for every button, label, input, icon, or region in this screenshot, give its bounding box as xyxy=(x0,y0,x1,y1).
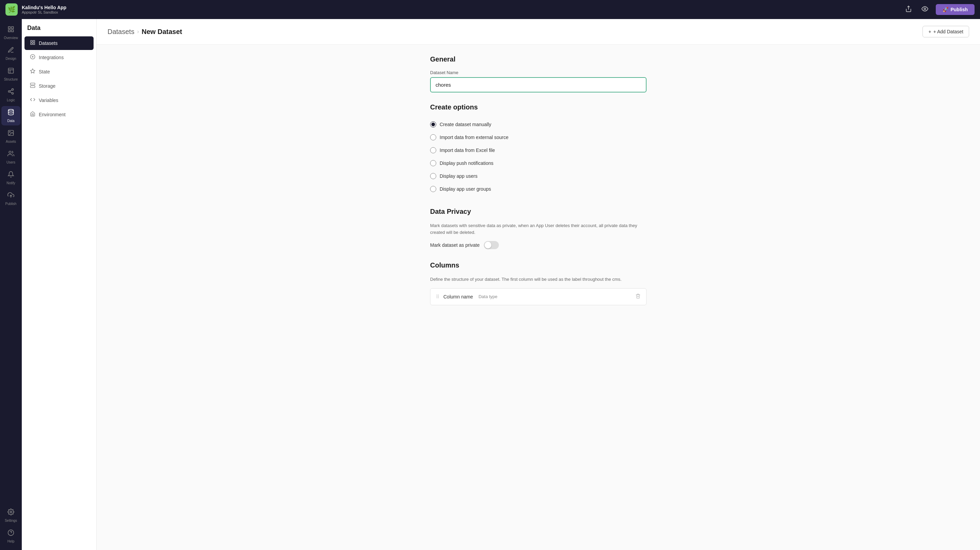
sidebar-item-help[interactable]: Help xyxy=(2,526,21,546)
svg-rect-22 xyxy=(30,40,32,42)
option-push-notifications[interactable]: Display push notifications xyxy=(430,157,646,170)
settings-label: Settings xyxy=(5,519,17,523)
svg-rect-5 xyxy=(11,30,14,32)
main-content: Datasets › New Dataset + + Add Dataset G… xyxy=(97,19,980,550)
users-icon xyxy=(8,150,14,159)
option-import-excel[interactable]: Import data from Excel file xyxy=(430,144,646,157)
topbar-right: 🚀 Publish xyxy=(903,3,975,16)
svg-rect-6 xyxy=(8,68,14,73)
environment-icon xyxy=(30,111,35,118)
overview-label: Overview xyxy=(4,36,18,40)
create-options-title: Create options xyxy=(430,103,646,111)
svg-rect-30 xyxy=(30,83,35,85)
mark-private-toggle[interactable] xyxy=(484,241,499,249)
sidebar-item-integrations[interactable]: Integrations xyxy=(24,51,94,64)
sidebar-item-assets[interactable]: Assets xyxy=(2,127,21,146)
preview-button[interactable] xyxy=(920,3,930,16)
environment-label: Environment xyxy=(39,112,66,117)
sidebar-item-publish[interactable]: Publish xyxy=(2,189,21,208)
svg-rect-24 xyxy=(30,43,32,44)
drag-handle-icon[interactable]: ⠿ xyxy=(436,294,439,300)
columns-title: Columns xyxy=(430,262,646,269)
help-label: Help xyxy=(8,539,14,543)
radio-import-external[interactable] xyxy=(430,134,436,140)
option-import-excel-label: Import data from Excel file xyxy=(440,147,495,153)
sidebar-item-structure[interactable]: Structure xyxy=(2,65,21,84)
publish-nav-icon xyxy=(8,192,14,200)
sidebar-item-logic[interactable]: Logic xyxy=(2,85,21,105)
sidebar-item-settings[interactable]: Settings xyxy=(2,506,21,525)
variables-icon xyxy=(30,97,35,104)
svg-point-19 xyxy=(10,511,12,513)
radio-app-users[interactable] xyxy=(430,173,436,179)
svg-line-12 xyxy=(10,92,12,93)
add-dataset-button[interactable]: + + Add Dataset xyxy=(923,26,969,37)
assets-icon xyxy=(8,130,14,138)
overview-icon xyxy=(8,26,14,34)
radio-push-notifications[interactable] xyxy=(430,160,436,166)
svg-rect-23 xyxy=(33,40,35,42)
option-import-external[interactable]: Import data from external source xyxy=(430,131,646,144)
sidebar-item-variables[interactable]: Variables xyxy=(24,94,94,107)
publish-icon: 🚀 xyxy=(943,7,948,12)
option-app-user-groups-label: Display app user groups xyxy=(440,186,491,192)
publish-button[interactable]: 🚀 Publish xyxy=(936,4,975,15)
column-name: Column name xyxy=(443,294,473,300)
page-header: Datasets › New Dataset + + Add Dataset xyxy=(97,19,980,44)
sidebar-title: Data xyxy=(22,24,96,36)
table-row: ⠿ Column name Data type xyxy=(430,288,646,305)
sidebar-item-datasets[interactable]: Datasets xyxy=(24,36,94,50)
storage-icon xyxy=(30,82,35,89)
help-icon xyxy=(8,529,14,538)
sidebar-item-overview[interactable]: Overview xyxy=(2,23,21,43)
settings-icon xyxy=(8,509,14,517)
svg-rect-3 xyxy=(11,27,14,29)
structure-icon xyxy=(8,67,14,76)
notify-icon xyxy=(8,171,14,179)
option-manual[interactable]: Create dataset manually xyxy=(430,118,646,131)
users-label: Users xyxy=(6,160,15,164)
sidebar-item-state[interactable]: State xyxy=(24,65,94,79)
structure-label: Structure xyxy=(4,78,18,81)
delete-column-button[interactable] xyxy=(635,293,641,300)
integrations-icon xyxy=(30,54,35,61)
svg-point-9 xyxy=(12,89,14,90)
breadcrumb-parent[interactable]: Datasets xyxy=(108,28,134,36)
columns-desc: Define the structure of your dataset. Th… xyxy=(430,276,646,283)
svg-rect-2 xyxy=(8,27,11,29)
design-icon xyxy=(8,47,14,55)
sidebar-item-users[interactable]: Users xyxy=(2,147,21,167)
svg-rect-4 xyxy=(8,30,11,32)
create-options-section: Create options Create dataset manually I… xyxy=(430,103,646,195)
svg-point-10 xyxy=(8,91,10,92)
data-label: Data xyxy=(7,119,14,123)
sidebar-item-design[interactable]: Design xyxy=(2,44,21,63)
sidebar-item-data[interactable]: Data xyxy=(2,106,21,125)
app-name: Kalindu's Hello App xyxy=(22,5,66,10)
sidebar-item-notify[interactable]: Notify xyxy=(2,168,21,188)
breadcrumb-current: New Dataset xyxy=(142,28,182,36)
toggle-row: Mark dataset as private xyxy=(430,241,646,249)
datasets-icon xyxy=(30,40,35,47)
sidebar-item-storage[interactable]: Storage xyxy=(24,79,94,93)
dataset-name-input[interactable] xyxy=(430,77,646,92)
data-privacy-section: Data Privacy Mark datasets with sensitiv… xyxy=(430,208,646,249)
storage-label: Storage xyxy=(39,83,56,89)
radio-manual[interactable] xyxy=(430,121,436,127)
radio-import-excel[interactable] xyxy=(430,147,436,153)
app-icon: 🌿 xyxy=(5,3,18,16)
sidebar-item-environment[interactable]: Environment xyxy=(24,108,94,121)
radio-app-user-groups[interactable] xyxy=(430,186,436,192)
state-label: State xyxy=(39,69,50,74)
svg-marker-29 xyxy=(30,69,35,73)
svg-point-14 xyxy=(8,109,14,111)
export-button[interactable] xyxy=(903,3,914,16)
option-app-user-groups[interactable]: Display app user groups xyxy=(430,182,646,195)
columns-section: Columns Define the structure of your dat… xyxy=(430,262,646,305)
icon-nav: Overview Design Structure Logic Data xyxy=(0,19,22,550)
option-app-users[interactable]: Display app users xyxy=(430,170,646,182)
svg-rect-25 xyxy=(33,43,35,44)
state-icon xyxy=(30,68,35,75)
columns-table: ⠿ Column name Data type xyxy=(430,288,646,305)
sidebar: Data Datasets Integrations State Storage xyxy=(22,19,97,550)
